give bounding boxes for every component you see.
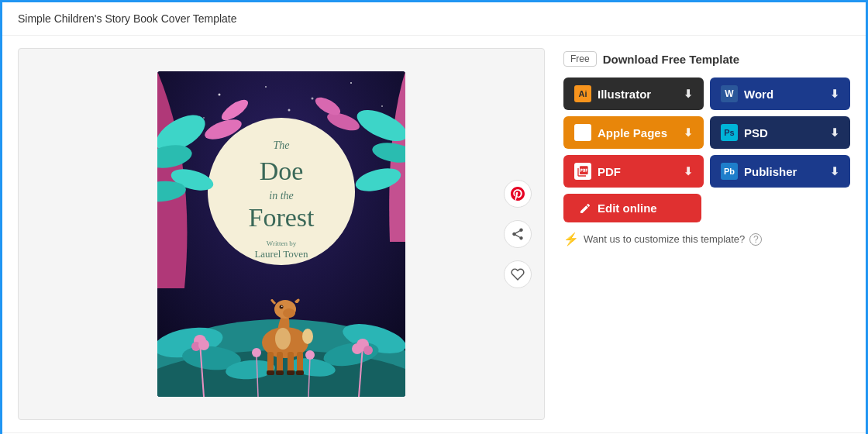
side-icons-panel bbox=[504, 180, 532, 288]
svg-rect-54 bbox=[296, 370, 304, 375]
free-badge: Free bbox=[563, 51, 597, 67]
book-cover: The Doe in the Forest Written by Laurel … bbox=[157, 71, 405, 397]
svg-text:Laurel Toven: Laurel Toven bbox=[254, 248, 308, 260]
svg-point-3 bbox=[265, 86, 267, 88]
customize-label: Want us to customize this template? bbox=[584, 233, 745, 245]
svg-point-6 bbox=[203, 117, 205, 119]
svg-rect-47 bbox=[267, 352, 274, 374]
svg-point-7 bbox=[288, 109, 291, 112]
svg-rect-52 bbox=[276, 370, 284, 375]
pdf-label: PDF bbox=[598, 165, 621, 178]
share-button[interactable] bbox=[504, 220, 532, 248]
svg-point-46 bbox=[275, 328, 291, 350]
right-panel: Free Download Free Template Ai Illustrat… bbox=[563, 48, 850, 420]
word-button[interactable]: W Word ⬇ bbox=[710, 78, 850, 110]
download-arrow-word: ⬇ bbox=[830, 88, 839, 100]
svg-rect-51 bbox=[267, 370, 274, 375]
download-arrow-pdf: ⬇ bbox=[684, 165, 693, 177]
apple-pages-label: Apple Pages bbox=[598, 126, 667, 140]
illustrator-button[interactable]: Ai Illustrator ⬇ bbox=[563, 78, 704, 110]
pdf-icon bbox=[574, 163, 591, 180]
download-buttons-grid: Ai Illustrator ⬇ W Word ⬇ Apple Pages ⬇ bbox=[563, 78, 850, 188]
favorite-button[interactable] bbox=[504, 260, 532, 288]
svg-point-40 bbox=[305, 350, 315, 360]
ps-icon: Ps bbox=[721, 124, 738, 141]
svg-text:Written by: Written by bbox=[267, 239, 297, 247]
svg-point-55 bbox=[302, 329, 313, 344]
svg-rect-49 bbox=[288, 352, 294, 374]
apple-pages-button[interactable]: Apple Pages ⬇ bbox=[563, 116, 704, 149]
svg-point-35 bbox=[363, 346, 373, 355]
svg-text:Forest: Forest bbox=[249, 203, 315, 232]
free-badge-row: Free Download Free Template bbox=[563, 51, 850, 67]
edit-online-button[interactable]: Edit online bbox=[563, 194, 701, 222]
lightning-icon: ⚡ bbox=[563, 232, 579, 246]
svg-rect-53 bbox=[287, 370, 294, 375]
svg-point-5 bbox=[350, 82, 352, 84]
illustrator-label: Illustrator bbox=[598, 88, 651, 101]
header: Simple Children's Story Book Cover Templ… bbox=[2, 2, 866, 36]
svg-point-8 bbox=[381, 105, 383, 107]
svg-text:Doe: Doe bbox=[260, 157, 304, 185]
page-title: Simple Children's Story Book Cover Templ… bbox=[18, 12, 237, 25]
pdf-button[interactable]: PDF ⬇ bbox=[563, 155, 704, 188]
psd-button[interactable]: Ps PSD ⬇ bbox=[710, 116, 850, 149]
psd-label: PSD bbox=[744, 126, 768, 140]
publisher-button[interactable]: Pb Publisher ⬇ bbox=[710, 155, 850, 188]
download-arrow-psd: ⬇ bbox=[830, 126, 839, 139]
svg-point-45 bbox=[281, 305, 283, 307]
edit-online-label: Edit online bbox=[598, 202, 657, 215]
pinterest-button[interactable] bbox=[504, 180, 532, 208]
svg-text:in the: in the bbox=[269, 190, 294, 202]
svg-text:The: The bbox=[274, 140, 290, 151]
download-arrow-apple: ⬇ bbox=[684, 126, 693, 139]
publisher-icon: Pb bbox=[721, 163, 738, 180]
svg-point-38 bbox=[252, 348, 261, 357]
svg-point-32 bbox=[198, 339, 209, 350]
svg-rect-48 bbox=[277, 352, 283, 374]
ai-icon: Ai bbox=[574, 85, 591, 102]
download-arrow-ai: ⬇ bbox=[684, 88, 693, 100]
word-label: Word bbox=[744, 88, 773, 101]
svg-point-2 bbox=[219, 94, 221, 96]
download-label: Download Free Template bbox=[603, 53, 739, 66]
customize-row: ⚡ Want us to customize this template? ? bbox=[563, 232, 850, 246]
word-icon: W bbox=[721, 85, 738, 102]
publisher-label: Publisher bbox=[744, 165, 797, 178]
download-arrow-publisher: ⬇ bbox=[830, 165, 839, 177]
svg-point-36 bbox=[352, 343, 363, 354]
apple-icon bbox=[574, 124, 591, 141]
preview-area: The Doe in the Forest Written by Laurel … bbox=[18, 48, 545, 420]
svg-point-4 bbox=[312, 98, 314, 100]
svg-rect-50 bbox=[297, 352, 303, 374]
svg-point-44 bbox=[280, 305, 284, 309]
svg-point-43 bbox=[283, 308, 295, 318]
info-icon[interactable]: ? bbox=[749, 233, 762, 246]
